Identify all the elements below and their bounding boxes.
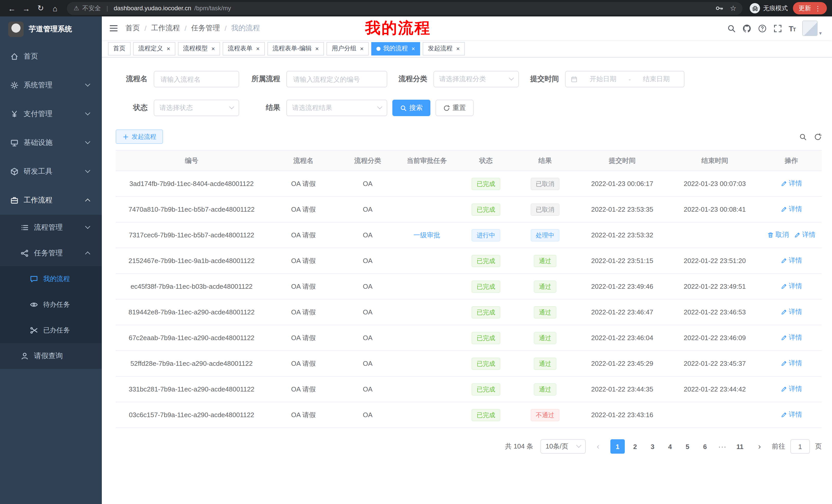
sidebar-item-done-task[interactable]: 已办任务 — [0, 317, 102, 343]
app-logo[interactable]: 芋道管理系统 — [0, 17, 102, 42]
sidebar-item-leave-query[interactable]: 请假查询 — [0, 343, 102, 369]
page-button-11[interactable]: 11 — [733, 439, 747, 454]
category-select[interactable]: 请选择流程分类 — [434, 71, 519, 87]
refresh-table-button[interactable] — [814, 133, 822, 141]
reset-button[interactable]: 重置 — [436, 100, 474, 116]
home-icon — [10, 52, 19, 61]
next-page-button[interactable]: › — [752, 439, 767, 454]
page-ellipsis[interactable]: ··· — [715, 439, 730, 454]
edit-icon — [794, 232, 801, 239]
page-button-3[interactable]: 3 — [645, 439, 660, 454]
show-search-button[interactable] — [799, 133, 807, 141]
help-icon[interactable] — [758, 24, 766, 33]
browser-back-button[interactable]: ← — [5, 2, 19, 15]
process-name-input[interactable] — [154, 71, 239, 87]
submit-time-range[interactable]: 开始日期 - 结束日期 — [565, 71, 684, 87]
bookmark-star-icon[interactable]: ☆ — [730, 4, 736, 12]
sidebar-item-payment[interactable]: 支付管理 — [0, 100, 102, 129]
tab-home[interactable]: 首页 — [108, 42, 131, 55]
detail-link[interactable]: 详情 — [794, 230, 815, 240]
detail-link[interactable]: 详情 — [781, 179, 802, 188]
search-icon[interactable] — [727, 24, 735, 33]
tab-close-icon[interactable]: × — [411, 45, 415, 52]
security-warning[interactable]: ⚠ 不安全 — [73, 4, 101, 12]
tab-close-icon[interactable]: × — [166, 45, 170, 52]
tab-user-group[interactable]: 用户分组× — [327, 42, 369, 55]
detail-link[interactable]: 详情 — [781, 359, 802, 368]
breadcrumb-item[interactable]: 工作流程 — [151, 24, 180, 33]
sidebar-item-workflow[interactable]: 工作流程 — [0, 186, 102, 215]
detail-link[interactable]: 详情 — [781, 282, 802, 291]
detail-link[interactable]: 详情 — [781, 256, 802, 265]
create-process-button[interactable]: 发起流程 — [116, 130, 163, 144]
detail-link[interactable]: 详情 — [781, 385, 802, 394]
browser-refresh-button[interactable]: ↻ — [34, 2, 47, 15]
status-select[interactable]: 请选择状态 — [154, 100, 239, 116]
detail-link[interactable]: 详情 — [781, 307, 802, 317]
current-task-link[interactable]: 一级审批 — [413, 231, 440, 239]
column-header-4: 状态 — [458, 150, 514, 171]
column-header-7: 结束时间 — [669, 150, 761, 171]
page-button-5[interactable]: 5 — [680, 439, 695, 454]
cell-result: 已取消 — [514, 197, 576, 222]
browser-home-button[interactable]: ⌂ — [48, 2, 62, 15]
tab-process-model[interactable]: 流程模型× — [178, 42, 220, 55]
detail-link[interactable]: 详情 — [781, 333, 802, 342]
prev-page-button[interactable]: ‹ — [591, 439, 605, 454]
sidebar-item-todo-task[interactable]: 待办任务 — [0, 292, 102, 317]
user-menu[interactable]: ▾ — [802, 21, 822, 36]
sidebar-item-system[interactable]: 系统管理 — [0, 71, 102, 100]
browser-forward-button[interactable]: → — [20, 2, 33, 15]
tab-label: 流程表单-编辑 — [272, 44, 312, 53]
fullscreen-icon[interactable] — [773, 24, 782, 33]
result-select[interactable]: 请选流程结果 — [286, 100, 387, 116]
cancel-link[interactable]: 取消 — [767, 230, 789, 240]
page-size-select[interactable]: 10条/页 — [541, 439, 586, 454]
detail-link[interactable]: 详情 — [781, 205, 802, 214]
github-icon[interactable] — [742, 24, 751, 33]
page-button-4[interactable]: 4 — [663, 439, 677, 454]
sidebar-toggle-icon[interactable] — [109, 24, 118, 33]
tab-process-form[interactable]: 流程表单× — [223, 42, 265, 55]
search-button[interactable]: 搜索 — [392, 100, 431, 116]
sidebar-item-process-mgmt[interactable]: 流程管理 — [0, 215, 102, 241]
sidebar-item-my-process[interactable]: 我的流程 — [0, 266, 102, 292]
tab-close-icon[interactable]: × — [360, 45, 364, 52]
page-button-6[interactable]: 6 — [698, 439, 712, 454]
cell-result: 不通过 — [514, 402, 576, 428]
breadcrumb-item[interactable]: 首页 — [126, 24, 140, 33]
avatar — [802, 21, 817, 36]
breadcrumb-item[interactable]: 任务管理 — [191, 24, 220, 33]
tab-process-def[interactable]: 流程定义× — [133, 42, 175, 55]
password-key-icon[interactable] — [716, 4, 724, 12]
page-button-1[interactable]: 1 — [610, 439, 625, 454]
tab-close-icon[interactable]: × — [256, 45, 260, 52]
page-button-2[interactable]: 2 — [628, 439, 642, 454]
font-size-icon[interactable]: TT — [788, 24, 796, 33]
tab-close-icon[interactable]: × — [456, 45, 460, 52]
sidebar-item-devtools[interactable]: 研发工具 — [0, 157, 102, 186]
browser-update-button[interactable]: 更新 ⋮ — [793, 2, 827, 15]
tab-process-form-edit[interactable]: 流程表单-编辑× — [267, 42, 324, 55]
sidebar-item-infrastructure[interactable]: 基础设施 — [0, 129, 102, 157]
status-tag: 已完成 — [471, 306, 500, 318]
edit-icon — [781, 283, 787, 290]
browser-menu-icon[interactable]: ⋮ — [814, 4, 821, 12]
sidebar-item-task-mgmt[interactable]: 任务管理 — [0, 241, 102, 266]
sidebar-item-label: 基础设施 — [24, 138, 52, 147]
address-bar[interactable]: ⚠ 不安全 | dashboard.yudao.iocoder.cn/bpm/t… — [67, 2, 743, 15]
table-row: 819442e8-7b9a-11ec-a290-acde48001122OA 请… — [116, 299, 822, 325]
process-definition-input[interactable] — [286, 71, 387, 87]
result-tag: 处理中 — [531, 229, 560, 241]
tab-close-icon[interactable]: × — [211, 45, 215, 52]
goto-page-input[interactable] — [790, 439, 810, 454]
cell-name: OA 请假 — [267, 171, 339, 197]
tab-my-process[interactable]: 我的流程× — [371, 42, 420, 55]
detail-link[interactable]: 详情 — [781, 410, 802, 419]
table-row: 03c6c157-7b9a-11ec-a290-acde48001122OA 请… — [116, 402, 822, 428]
tab-close-icon[interactable]: × — [315, 45, 319, 52]
tab-start-process[interactable]: 发起流程× — [423, 42, 465, 55]
process-icon — [21, 223, 29, 232]
sidebar-item-home[interactable]: 首页 — [0, 42, 102, 71]
goto-unit-label: 页 — [815, 442, 822, 451]
